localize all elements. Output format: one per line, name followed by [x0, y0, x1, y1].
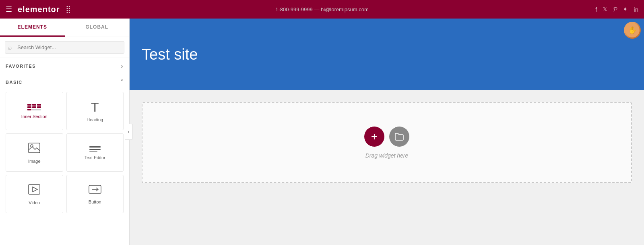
widget-image-label: Image — [28, 158, 41, 164]
drop-zone-buttons: + — [364, 127, 409, 147]
image-icon — [28, 143, 40, 155]
elementor-logo: elementor — [18, 5, 60, 14]
pinterest-icon[interactable]: 𝓟 — [613, 6, 617, 13]
svg-marker-3 — [33, 187, 37, 192]
widget-text-editor[interactable]: Text Editor — [66, 133, 124, 172]
section-favorites[interactable]: FAVORITES › — [0, 58, 129, 74]
search-wrapper — [5, 41, 124, 54]
separator: — — [314, 6, 319, 12]
svg-text:✋: ✋ — [628, 26, 637, 35]
canvas-area: Test site + Drag widget here — [130, 19, 644, 245]
tab-global[interactable]: GLOBAL — [65, 19, 130, 37]
add-template-button[interactable] — [389, 127, 409, 147]
grid-icon[interactable]: ⣿ — [66, 5, 71, 14]
facebook-icon[interactable]: f — [595, 6, 597, 13]
widget-button[interactable]: Button — [66, 175, 124, 213]
hamburger-icon[interactable]: ☰ — [6, 5, 12, 14]
sidebar: ELEMENTS GLOBAL FAVORITES › BASIC ˅ — [0, 19, 130, 245]
widget-button-label: Button — [89, 199, 101, 205]
button-icon — [89, 185, 101, 196]
avatar-wrap: ✋ — [624, 22, 641, 39]
svg-rect-2 — [29, 185, 40, 194]
yelp-icon[interactable]: ✦ — [623, 6, 628, 13]
site-header: Test site — [130, 19, 644, 90]
canvas-content: + Drag widget here — [130, 90, 644, 245]
sidebar-tabs: ELEMENTS GLOBAL — [0, 19, 129, 37]
sidebar-collapse-handle[interactable]: ‹ — [125, 124, 133, 140]
site-title: Test site — [142, 46, 198, 63]
tab-elements[interactable]: ELEMENTS — [0, 19, 65, 37]
chevron-down-icon: ˅ — [120, 79, 124, 85]
widget-video[interactable]: Video — [6, 175, 63, 213]
widget-inner-section-label: Inner Section — [21, 114, 47, 119]
add-element-button[interactable]: + — [364, 127, 384, 147]
video-icon — [28, 184, 40, 197]
top-bar-contact: 1-800-999-9999 — hi@loremipsum.com — [275, 6, 368, 12]
widget-heading-label: Heading — [87, 117, 103, 122]
widgets-grid: Inner Section T Heading Image — [0, 90, 129, 219]
top-bar-left: ☰ elementor ⣿ — [6, 5, 71, 14]
phone-number: 1-800-999-9999 — [275, 6, 313, 12]
linkedin-icon[interactable]: in — [634, 6, 638, 13]
heading-icon: T — [91, 101, 99, 114]
avatar[interactable]: ✋ — [624, 22, 641, 39]
widget-video-label: Video — [29, 200, 40, 206]
widget-inner-section[interactable]: Inner Section — [6, 92, 63, 130]
drop-zone[interactable]: + Drag widget here — [142, 102, 632, 183]
widget-text-editor-label: Text Editor — [85, 155, 105, 160]
svg-rect-0 — [29, 143, 40, 153]
widget-heading[interactable]: T Heading — [66, 92, 124, 130]
search-input[interactable] — [5, 41, 124, 54]
inner-section-icon — [27, 104, 41, 110]
twitter-icon[interactable]: 𝕏 — [603, 6, 607, 13]
search-box — [0, 37, 129, 58]
main-layout: ELEMENTS GLOBAL FAVORITES › BASIC ˅ — [0, 19, 644, 245]
drag-hint: Drag widget here — [365, 152, 409, 159]
section-basic[interactable]: BASIC ˅ — [0, 74, 129, 90]
chevron-right-icon: › — [121, 63, 124, 69]
text-editor-icon — [89, 146, 101, 152]
widget-image[interactable]: Image — [6, 133, 63, 172]
top-bar: ☰ elementor ⣿ 1-800-999-9999 — hi@loremi… — [0, 0, 644, 19]
email-address: hi@loremipsum.com — [321, 6, 369, 12]
top-bar-social: f 𝕏 𝓟 ✦ in — [595, 6, 638, 13]
